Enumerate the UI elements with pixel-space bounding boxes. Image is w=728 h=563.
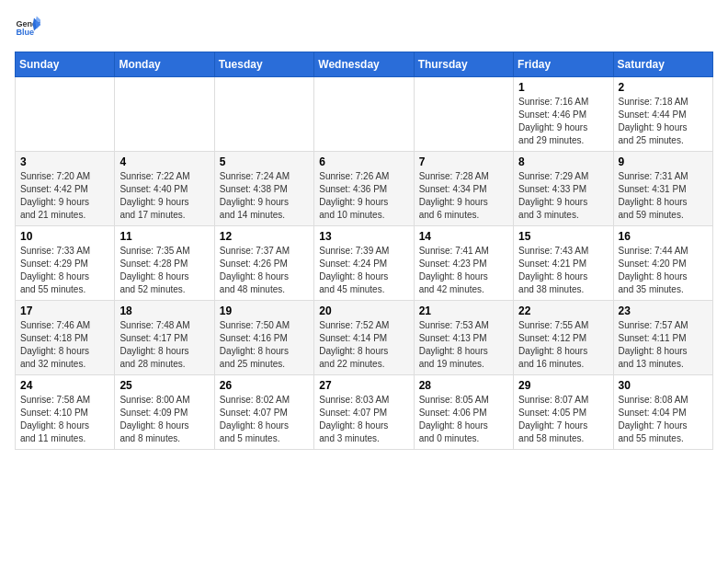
calendar-day-cell: 16Sunrise: 7:44 AM Sunset: 4:20 PM Dayli… bbox=[613, 226, 712, 301]
logo: General Blue bbox=[15, 15, 40, 40]
calendar-day-cell: 6Sunrise: 7:26 AM Sunset: 4:36 PM Daylig… bbox=[314, 152, 414, 226]
weekday-header: Wednesday bbox=[314, 52, 414, 77]
day-info: Sunrise: 8:03 AM Sunset: 4:07 PM Dayligh… bbox=[319, 394, 408, 445]
day-info: Sunrise: 7:52 AM Sunset: 4:14 PM Dayligh… bbox=[319, 319, 408, 371]
calendar: SundayMondayTuesdayWednesdayThursdayFrid… bbox=[15, 52, 713, 450]
calendar-day-cell bbox=[414, 77, 513, 152]
calendar-day-cell: 27Sunrise: 8:03 AM Sunset: 4:07 PM Dayli… bbox=[314, 375, 414, 450]
day-number: 10 bbox=[20, 230, 109, 243]
day-info: Sunrise: 7:44 AM Sunset: 4:20 PM Dayligh… bbox=[619, 245, 708, 296]
day-info: Sunrise: 7:37 AM Sunset: 4:26 PM Dayligh… bbox=[220, 245, 309, 296]
calendar-day-cell: 1Sunrise: 7:16 AM Sunset: 4:46 PM Daylig… bbox=[514, 77, 613, 152]
day-number: 7 bbox=[419, 155, 508, 168]
day-number: 4 bbox=[119, 155, 209, 168]
day-number: 25 bbox=[119, 379, 209, 392]
day-number: 12 bbox=[220, 230, 309, 243]
calendar-day-cell: 14Sunrise: 7:41 AM Sunset: 4:23 PM Dayli… bbox=[414, 226, 513, 301]
day-number: 30 bbox=[619, 379, 708, 392]
day-info: Sunrise: 8:05 AM Sunset: 4:06 PM Dayligh… bbox=[419, 394, 508, 445]
weekday-header: Monday bbox=[115, 52, 214, 77]
calendar-day-cell: 22Sunrise: 7:55 AM Sunset: 4:12 PM Dayli… bbox=[514, 301, 613, 375]
weekday-header: Sunday bbox=[16, 52, 115, 77]
day-info: Sunrise: 8:02 AM Sunset: 4:07 PM Dayligh… bbox=[220, 394, 309, 445]
calendar-day-cell: 17Sunrise: 7:46 AM Sunset: 4:18 PM Dayli… bbox=[16, 301, 115, 375]
calendar-day-cell: 4Sunrise: 7:22 AM Sunset: 4:40 PM Daylig… bbox=[115, 152, 214, 226]
calendar-day-cell: 25Sunrise: 8:00 AM Sunset: 4:09 PM Dayli… bbox=[115, 375, 214, 450]
weekday-header-row: SundayMondayTuesdayWednesdayThursdayFrid… bbox=[16, 52, 713, 77]
day-number: 22 bbox=[518, 304, 608, 317]
calendar-day-cell: 19Sunrise: 7:50 AM Sunset: 4:16 PM Dayli… bbox=[214, 301, 313, 375]
calendar-day-cell: 15Sunrise: 7:43 AM Sunset: 4:21 PM Dayli… bbox=[514, 226, 613, 301]
day-number: 17 bbox=[20, 304, 109, 317]
day-info: Sunrise: 8:08 AM Sunset: 4:04 PM Dayligh… bbox=[619, 394, 708, 445]
day-number: 20 bbox=[319, 304, 408, 317]
calendar-day-cell bbox=[314, 77, 414, 152]
day-number: 15 bbox=[518, 230, 608, 243]
calendar-day-cell: 10Sunrise: 7:33 AM Sunset: 4:29 PM Dayli… bbox=[16, 226, 115, 301]
day-info: Sunrise: 7:31 AM Sunset: 4:31 PM Dayligh… bbox=[619, 170, 708, 222]
calendar-day-cell bbox=[115, 77, 214, 152]
calendar-day-cell: 20Sunrise: 7:52 AM Sunset: 4:14 PM Dayli… bbox=[314, 301, 414, 375]
day-number: 29 bbox=[518, 379, 608, 392]
day-number: 26 bbox=[220, 379, 309, 392]
day-info: Sunrise: 7:24 AM Sunset: 4:38 PM Dayligh… bbox=[220, 170, 309, 222]
day-info: Sunrise: 7:16 AM Sunset: 4:46 PM Dayligh… bbox=[518, 96, 608, 147]
calendar-day-cell: 13Sunrise: 7:39 AM Sunset: 4:24 PM Dayli… bbox=[314, 226, 414, 301]
calendar-week-row: 3Sunrise: 7:20 AM Sunset: 4:42 PM Daylig… bbox=[16, 152, 713, 226]
calendar-day-cell: 23Sunrise: 7:57 AM Sunset: 4:11 PM Dayli… bbox=[613, 301, 712, 375]
day-number: 18 bbox=[119, 304, 209, 317]
day-info: Sunrise: 7:43 AM Sunset: 4:21 PM Dayligh… bbox=[518, 245, 608, 296]
day-number: 16 bbox=[619, 230, 708, 243]
day-number: 8 bbox=[518, 155, 608, 168]
day-info: Sunrise: 7:33 AM Sunset: 4:29 PM Dayligh… bbox=[20, 245, 109, 296]
day-info: Sunrise: 7:50 AM Sunset: 4:16 PM Dayligh… bbox=[220, 319, 309, 371]
calendar-day-cell: 30Sunrise: 8:08 AM Sunset: 4:04 PM Dayli… bbox=[613, 375, 712, 450]
logo-icon: General Blue bbox=[15, 15, 40, 40]
day-info: Sunrise: 7:46 AM Sunset: 4:18 PM Dayligh… bbox=[20, 319, 109, 371]
day-number: 19 bbox=[220, 304, 309, 317]
calendar-day-cell: 11Sunrise: 7:35 AM Sunset: 4:28 PM Dayli… bbox=[115, 226, 214, 301]
weekday-header: Tuesday bbox=[214, 52, 313, 77]
calendar-day-cell: 7Sunrise: 7:28 AM Sunset: 4:34 PM Daylig… bbox=[414, 152, 513, 226]
weekday-header: Thursday bbox=[414, 52, 513, 77]
day-number: 24 bbox=[20, 379, 109, 392]
day-number: 9 bbox=[619, 155, 708, 168]
day-number: 27 bbox=[319, 379, 408, 392]
header: General Blue bbox=[15, 15, 713, 40]
day-number: 5 bbox=[220, 155, 309, 168]
calendar-day-cell: 9Sunrise: 7:31 AM Sunset: 4:31 PM Daylig… bbox=[613, 152, 712, 226]
day-info: Sunrise: 7:29 AM Sunset: 4:33 PM Dayligh… bbox=[518, 170, 608, 222]
svg-text:Blue: Blue bbox=[16, 28, 34, 37]
day-info: Sunrise: 7:41 AM Sunset: 4:23 PM Dayligh… bbox=[419, 245, 508, 296]
day-info: Sunrise: 7:18 AM Sunset: 4:44 PM Dayligh… bbox=[619, 96, 708, 147]
day-info: Sunrise: 7:22 AM Sunset: 4:40 PM Dayligh… bbox=[119, 170, 209, 222]
day-number: 14 bbox=[419, 230, 508, 243]
calendar-day-cell: 29Sunrise: 8:07 AM Sunset: 4:05 PM Dayli… bbox=[514, 375, 613, 450]
calendar-day-cell bbox=[214, 77, 313, 152]
day-number: 23 bbox=[619, 304, 708, 317]
day-info: Sunrise: 8:07 AM Sunset: 4:05 PM Dayligh… bbox=[518, 394, 608, 445]
weekday-header: Friday bbox=[514, 52, 613, 77]
day-number: 11 bbox=[119, 230, 209, 243]
day-number: 13 bbox=[319, 230, 408, 243]
calendar-day-cell: 2Sunrise: 7:18 AM Sunset: 4:44 PM Daylig… bbox=[613, 77, 712, 152]
day-number: 1 bbox=[518, 81, 608, 94]
calendar-week-row: 17Sunrise: 7:46 AM Sunset: 4:18 PM Dayli… bbox=[16, 301, 713, 375]
day-number: 3 bbox=[20, 155, 109, 168]
calendar-day-cell: 18Sunrise: 7:48 AM Sunset: 4:17 PM Dayli… bbox=[115, 301, 214, 375]
calendar-week-row: 1Sunrise: 7:16 AM Sunset: 4:46 PM Daylig… bbox=[16, 77, 713, 152]
calendar-day-cell: 8Sunrise: 7:29 AM Sunset: 4:33 PM Daylig… bbox=[514, 152, 613, 226]
day-info: Sunrise: 7:28 AM Sunset: 4:34 PM Dayligh… bbox=[419, 170, 508, 222]
day-number: 21 bbox=[419, 304, 508, 317]
day-number: 6 bbox=[319, 155, 408, 168]
calendar-day-cell: 21Sunrise: 7:53 AM Sunset: 4:13 PM Dayli… bbox=[414, 301, 513, 375]
weekday-header: Saturday bbox=[613, 52, 712, 77]
calendar-day-cell: 26Sunrise: 8:02 AM Sunset: 4:07 PM Dayli… bbox=[214, 375, 313, 450]
day-info: Sunrise: 7:58 AM Sunset: 4:10 PM Dayligh… bbox=[20, 394, 109, 445]
day-info: Sunrise: 7:57 AM Sunset: 4:11 PM Dayligh… bbox=[619, 319, 708, 371]
day-info: Sunrise: 7:39 AM Sunset: 4:24 PM Dayligh… bbox=[319, 245, 408, 296]
day-info: Sunrise: 7:53 AM Sunset: 4:13 PM Dayligh… bbox=[419, 319, 508, 371]
calendar-day-cell: 28Sunrise: 8:05 AM Sunset: 4:06 PM Dayli… bbox=[414, 375, 513, 450]
calendar-day-cell: 3Sunrise: 7:20 AM Sunset: 4:42 PM Daylig… bbox=[16, 152, 115, 226]
day-info: Sunrise: 7:20 AM Sunset: 4:42 PM Dayligh… bbox=[20, 170, 109, 222]
